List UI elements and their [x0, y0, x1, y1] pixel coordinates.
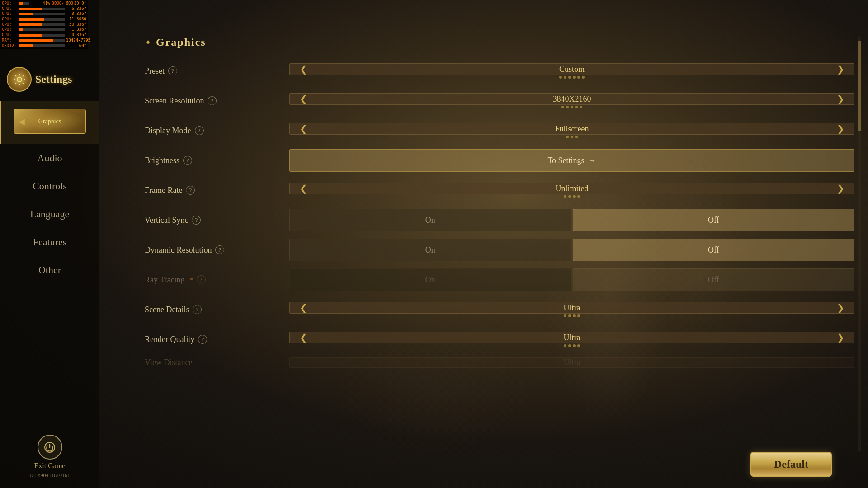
- settings-header: Settings: [0, 59, 99, 96]
- scene-details-value: Ultra: [310, 303, 834, 313]
- scene-details-prev[interactable]: ❮: [297, 302, 310, 313]
- display-mode-help[interactable]: ?: [195, 126, 204, 135]
- view-distance-selector-wrapper: Ultra: [289, 357, 854, 368]
- dynamic-resolution-help[interactable]: ?: [215, 245, 224, 254]
- setting-row-vertical-sync: Vertical Sync ? On Off: [145, 206, 854, 234]
- scene-details-dots: [289, 314, 854, 317]
- svg-point-0: [17, 77, 22, 82]
- brightness-button[interactable]: To Settings →: [289, 149, 854, 172]
- ray-tracing-label: Ray Tracing * ?: [145, 275, 289, 285]
- display-mode-selector-wrapper: ❮ Fullscreen ❯: [289, 123, 854, 138]
- exit-game-label: Exit Game: [34, 462, 66, 470]
- preset-value: Custom: [310, 65, 834, 74]
- scrollbar-thumb[interactable]: [858, 41, 861, 131]
- ray-tracing-asterisk: *: [190, 277, 193, 283]
- frame-rate-next[interactable]: ❯: [834, 183, 847, 194]
- frame-rate-prev[interactable]: ❮: [297, 183, 310, 194]
- uid-label: UID:90411610161: [29, 472, 70, 479]
- preset-prev[interactable]: ❮: [297, 64, 310, 75]
- default-button[interactable]: Default: [750, 452, 832, 477]
- render-quality-next[interactable]: ❯: [834, 332, 847, 343]
- screen-resolution-label: Screen Resolution ?: [145, 96, 289, 106]
- view-distance-value: Ultra: [297, 358, 847, 367]
- section-header: ✦ Graphics: [145, 36, 854, 48]
- frame-rate-help[interactable]: ?: [186, 186, 195, 195]
- other-label: Other: [38, 264, 61, 276]
- graphics-nav-image: Graphics ◀: [14, 109, 86, 134]
- language-label: Language: [30, 208, 70, 220]
- dynamic-resolution-on[interactable]: On: [289, 239, 571, 261]
- display-mode-value: Fullscreen: [310, 124, 834, 134]
- render-quality-label: Render Quality ?: [145, 335, 289, 344]
- preset-next[interactable]: ❯: [834, 64, 847, 75]
- ray-tracing-on: On: [289, 268, 571, 291]
- setting-row-scene-details: Scene Details ? ❮ Ultra ❯: [145, 296, 854, 323]
- setting-row-render-quality: Render Quality ? ❮ Ultra ❯: [145, 326, 854, 353]
- render-quality-dots: [289, 344, 854, 347]
- render-quality-help[interactable]: ?: [198, 335, 207, 344]
- frame-rate-value: Unlimited: [310, 184, 834, 193]
- sidebar-item-language[interactable]: Language: [0, 200, 99, 228]
- setting-row-frame-rate: Frame Rate ? ❮ Unlimited ❯: [145, 177, 854, 204]
- vertical-sync-toggle: On Off: [289, 209, 854, 231]
- display-mode-selector[interactable]: ❮ Fullscreen ❯: [289, 123, 854, 135]
- perf-overlay: CPU: 41% 3000▾ 600 30.0° CPU: 6 3367 CPU…: [0, 0, 88, 49]
- scene-details-selector[interactable]: ❮ Ultra ❯: [289, 302, 854, 314]
- render-quality-value: Ultra: [310, 333, 834, 343]
- scene-details-label: Scene Details ?: [145, 305, 289, 314]
- frame-rate-selector[interactable]: ❮ Unlimited ❯: [289, 183, 854, 194]
- sidebar-item-other[interactable]: Other: [0, 256, 99, 284]
- brightness-arrow-icon: →: [588, 156, 596, 165]
- sidebar-item-graphics[interactable]: Graphics ◀: [0, 101, 99, 144]
- sidebar-item-controls[interactable]: Controls: [0, 172, 99, 200]
- render-quality-selector[interactable]: ❮ Ultra ❯: [289, 332, 854, 343]
- preset-selector[interactable]: ❮ Custom ❯: [289, 63, 854, 75]
- frame-rate-label: Frame Rate ?: [145, 186, 289, 195]
- resolution-next[interactable]: ❯: [834, 94, 847, 104]
- dynamic-resolution-toggle: On Off: [289, 239, 854, 261]
- scrollbar-track[interactable]: [858, 36, 861, 452]
- render-quality-selector-wrapper: ❮ Ultra ❯: [289, 332, 854, 347]
- controls-label: Controls: [33, 180, 67, 192]
- scene-details-help[interactable]: ?: [193, 305, 202, 314]
- graphics-nav-label: Graphics: [38, 118, 61, 125]
- features-label: Features: [33, 236, 67, 248]
- display-mode-next[interactable]: ❯: [834, 123, 847, 134]
- frame-rate-dots: [289, 195, 854, 198]
- setting-row-dynamic-resolution: Dynamic Resolution ? On Off: [145, 236, 854, 263]
- render-quality-prev[interactable]: ❮: [297, 332, 310, 343]
- ray-tracing-toggle: On Off: [289, 268, 854, 291]
- exit-game-button[interactable]: [38, 435, 62, 460]
- settings-title: Settings: [35, 73, 72, 85]
- left-panel: CPU: 41% 3000▾ 600 30.0° CPU: 6 3367 CPU…: [0, 0, 99, 488]
- brightness-help[interactable]: ?: [183, 156, 192, 165]
- resolution-value: 3840X2160: [310, 94, 834, 104]
- setting-row-ray-tracing: Ray Tracing * ? On Off: [145, 266, 854, 293]
- screen-resolution-selector-wrapper: ❮ 3840X2160 ❯: [289, 93, 854, 108]
- preset-dots: [289, 76, 854, 79]
- section-title: Graphics: [156, 36, 206, 48]
- view-distance-label: View Distance: [145, 358, 289, 367]
- scene-details-selector-wrapper: ❮ Ultra ❯: [289, 302, 854, 317]
- screen-resolution-selector[interactable]: ❮ 3840X2160 ❯: [289, 93, 854, 105]
- vertical-sync-help[interactable]: ?: [192, 216, 201, 225]
- sidebar-item-audio[interactable]: Audio: [0, 144, 99, 172]
- brightness-text: To Settings: [547, 156, 584, 165]
- frame-rate-selector-wrapper: ❮ Unlimited ❯: [289, 183, 854, 198]
- sidebar-item-features[interactable]: Features: [0, 228, 99, 256]
- section-star: ✦: [145, 38, 151, 47]
- brightness-label: Brightness ?: [145, 156, 289, 165]
- preset-help[interactable]: ?: [168, 66, 177, 75]
- display-mode-prev[interactable]: ❮: [297, 123, 310, 134]
- vertical-sync-label: Vertical Sync ?: [145, 216, 289, 225]
- ray-tracing-off: Off: [573, 268, 855, 291]
- vertical-sync-on[interactable]: On: [289, 209, 571, 231]
- scene-details-next[interactable]: ❯: [834, 302, 847, 313]
- dynamic-resolution-off[interactable]: Off: [573, 239, 855, 261]
- screen-resolution-help[interactable]: ?: [208, 96, 217, 105]
- resolution-dots: [289, 106, 854, 108]
- dynamic-resolution-label: Dynamic Resolution ?: [145, 245, 289, 255]
- resolution-prev[interactable]: ❮: [297, 94, 310, 104]
- vertical-sync-off[interactable]: Off: [573, 209, 855, 231]
- ray-tracing-help[interactable]: ?: [197, 275, 206, 284]
